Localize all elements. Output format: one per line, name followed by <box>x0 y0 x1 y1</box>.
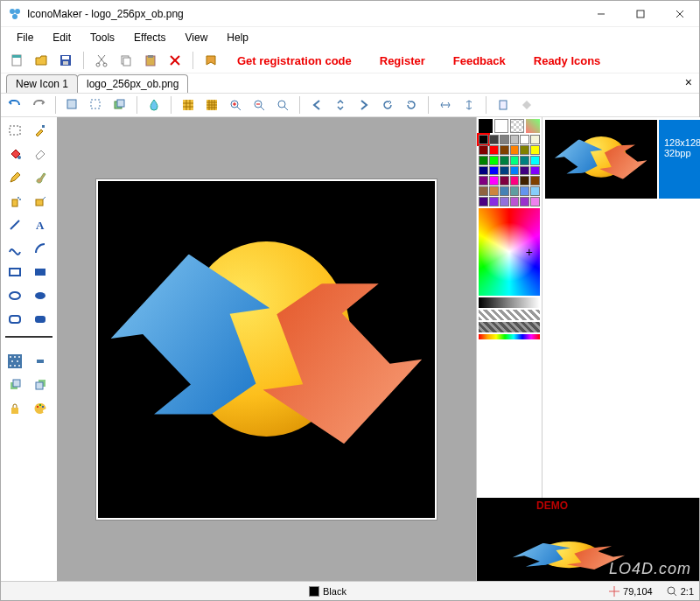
ellipse-tool[interactable] <box>4 285 26 306</box>
swatch[interactable] <box>500 186 509 196</box>
text-tool[interactable]: A <box>29 214 52 235</box>
rect-filled-tool[interactable] <box>29 262 52 283</box>
swatch[interactable] <box>520 135 529 144</box>
grid2-button[interactable] <box>201 95 222 115</box>
swatch[interactable] <box>479 197 488 206</box>
minimize-button[interactable] <box>581 1 620 26</box>
swatch[interactable] <box>500 156 509 165</box>
bucket-tool[interactable] <box>4 143 26 164</box>
dither2-tool[interactable] <box>29 351 52 372</box>
eyedropper-tool[interactable] <box>29 120 52 141</box>
swatch[interactable] <box>500 166 509 176</box>
preview-info[interactable]: 128x128 32bpp <box>659 120 700 199</box>
swatch[interactable] <box>489 145 499 155</box>
layer-down-tool[interactable] <box>29 374 52 395</box>
swatch[interactable] <box>510 197 520 206</box>
menu-help[interactable]: Help <box>218 29 257 46</box>
menu-edit[interactable]: Edit <box>44 29 80 46</box>
line-tool[interactable] <box>4 214 26 235</box>
open-file-button[interactable] <box>31 51 52 70</box>
paste-button[interactable] <box>140 51 161 70</box>
swatch[interactable] <box>530 145 540 155</box>
menu-file[interactable]: File <box>8 29 42 46</box>
redo-button[interactable] <box>28 95 49 115</box>
lock-fg-tool[interactable] <box>4 398 26 419</box>
editing-canvas[interactable] <box>98 181 435 518</box>
register-link[interactable]: Register <box>368 54 438 67</box>
swap-colors-icon[interactable] <box>526 119 540 133</box>
hsv-picker[interactable]: + <box>479 208 540 296</box>
arrow-updown-button[interactable] <box>330 95 351 115</box>
swatch[interactable] <box>489 176 499 185</box>
flood-tool[interactable] <box>29 191 52 212</box>
maximize-button[interactable] <box>620 1 660 26</box>
swatch[interactable] <box>520 145 529 155</box>
flip-h-button[interactable] <box>435 95 456 115</box>
save-file-button[interactable] <box>55 51 76 70</box>
swatch[interactable] <box>510 135 520 144</box>
swatch[interactable] <box>520 197 529 206</box>
layer-up-tool[interactable] <box>4 374 26 395</box>
rotate-ccw-button[interactable] <box>377 95 398 115</box>
swatch[interactable] <box>479 156 488 165</box>
swatch[interactable] <box>489 156 499 165</box>
pencil-tool[interactable] <box>4 167 26 188</box>
transparent-swatch[interactable] <box>510 119 524 133</box>
swatch[interactable] <box>489 197 499 206</box>
texture-slider[interactable] <box>479 322 540 332</box>
swatch[interactable] <box>510 166 520 176</box>
ready-icons-link[interactable]: Ready Icons <box>522 54 613 67</box>
tab-new-icon-1[interactable]: New Icon 1 <box>6 74 78 93</box>
arrow-left-button[interactable] <box>306 95 327 115</box>
curve-tool[interactable] <box>4 238 26 259</box>
layer-frame1-button[interactable] <box>62 95 83 115</box>
rotate-cw-button[interactable] <box>401 95 422 115</box>
swatch[interactable] <box>530 186 540 196</box>
zoom-fit-button[interactable] <box>272 95 293 115</box>
swatch[interactable] <box>530 135 540 144</box>
swatch[interactable] <box>510 176 520 185</box>
layer-frame2-button[interactable] <box>86 95 107 115</box>
dither1-tool[interactable] <box>4 351 26 372</box>
swatch[interactable] <box>510 186 520 196</box>
copy-button[interactable] <box>116 51 136 70</box>
arrow-right-button[interactable] <box>354 95 374 115</box>
tab-logo-png[interactable]: logo_256px_ob.png <box>77 74 188 93</box>
background-swatch[interactable] <box>494 119 508 133</box>
swatch[interactable] <box>530 166 540 176</box>
page-settings-button[interactable] <box>493 95 514 115</box>
swatch[interactable] <box>479 186 488 196</box>
cut-button[interactable] <box>91 51 112 70</box>
grid-button[interactable] <box>178 95 199 115</box>
swatch[interactable] <box>500 145 509 155</box>
get-registration-code-link[interactable]: Get registration code <box>225 54 364 67</box>
swatch[interactable] <box>510 156 520 165</box>
delete-button[interactable] <box>164 51 186 70</box>
swatch[interactable] <box>500 197 509 206</box>
close-button[interactable] <box>660 1 699 26</box>
alpha-slider[interactable] <box>479 310 540 320</box>
zoom-in-button[interactable] <box>225 95 246 115</box>
menu-view[interactable]: View <box>177 29 217 46</box>
roundrect-tool[interactable] <box>4 309 26 330</box>
swatch[interactable] <box>479 166 488 176</box>
new-file-button[interactable] <box>6 51 27 70</box>
help-book-button[interactable] <box>200 51 221 70</box>
flip-v-button[interactable] <box>458 95 480 115</box>
brush-tool[interactable] <box>29 167 52 188</box>
swatch[interactable] <box>520 176 529 185</box>
swatch[interactable] <box>500 176 509 185</box>
swatch[interactable] <box>489 186 499 196</box>
swatch[interactable] <box>489 135 499 144</box>
swatch[interactable] <box>520 166 529 176</box>
zoom-out-button[interactable] <box>248 95 270 115</box>
swatch[interactable] <box>530 156 540 165</box>
preview-thumbnail[interactable] <box>545 120 657 199</box>
swatch[interactable] <box>520 156 529 165</box>
spray-tool[interactable] <box>4 191 26 212</box>
menu-tools[interactable]: Tools <box>81 29 123 46</box>
menu-effects[interactable]: Effects <box>125 29 174 46</box>
feedback-link[interactable]: Feedback <box>441 54 518 67</box>
crop-button[interactable] <box>516 95 537 115</box>
undo-button[interactable] <box>4 95 25 115</box>
